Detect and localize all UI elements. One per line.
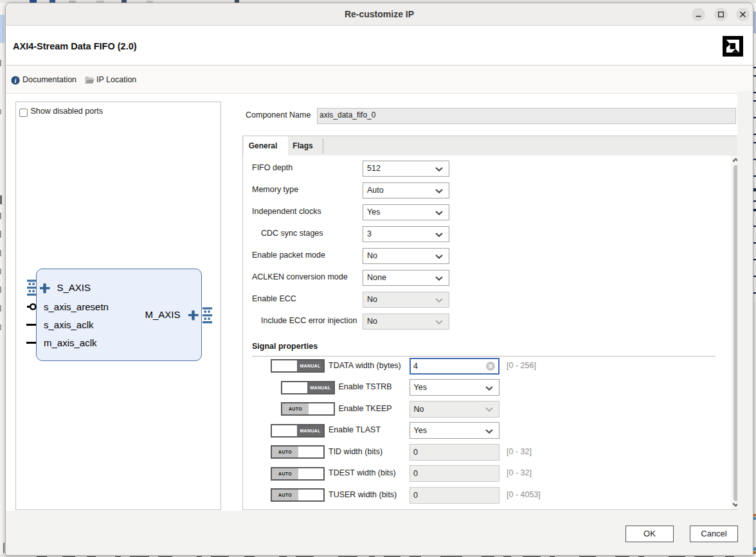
svg-text:i: i bbox=[15, 77, 17, 84]
